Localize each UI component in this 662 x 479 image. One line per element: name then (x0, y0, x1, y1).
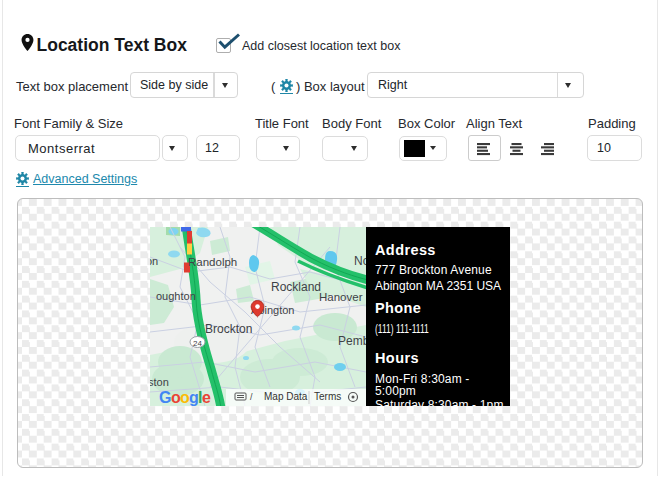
svg-text:G: G (159, 389, 171, 406)
svg-text:24: 24 (193, 339, 202, 348)
svg-text:Randolph: Randolph (188, 256, 237, 268)
svg-text:Terms: Terms (314, 391, 341, 402)
svg-text:ston: ston (150, 376, 169, 388)
svg-text:on: on (150, 255, 158, 267)
svg-text:Hanover: Hanover (319, 291, 363, 303)
svg-text:Rockland: Rockland (271, 280, 321, 294)
svg-text:oughton: oughton (156, 290, 196, 302)
svg-text:Map Data: Map Data (264, 391, 308, 402)
svg-text:No: No (354, 254, 366, 268)
svg-text:Pemb: Pemb (338, 334, 366, 348)
svg-text:Brockton: Brockton (205, 322, 252, 336)
svg-text:e: e (202, 389, 211, 406)
